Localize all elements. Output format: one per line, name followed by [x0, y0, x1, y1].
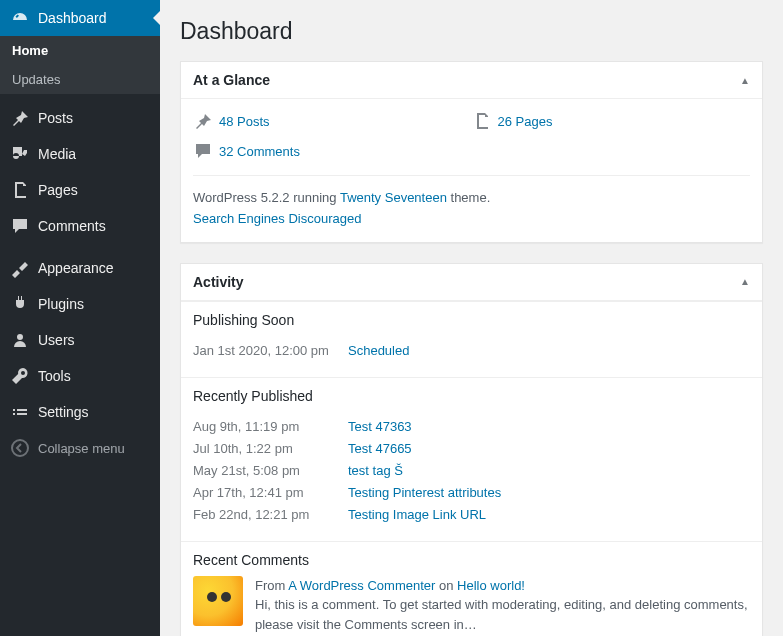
menu-media[interactable]: Media — [0, 136, 160, 172]
menu-tools[interactable]: Tools — [0, 358, 160, 394]
activity-post-link[interactable]: Test 47363 — [348, 419, 412, 434]
activity-post-link[interactable]: Testing Pinterest attributes — [348, 485, 501, 500]
collapse-label: Collapse menu — [38, 441, 125, 456]
menu-label: Tools — [38, 368, 71, 384]
toggle-icon: ▲ — [740, 75, 750, 86]
activity-row: Apr 17th, 12:41 pmTesting Pinterest attr… — [193, 485, 750, 500]
admin-sidebar: Dashboard Home Updates Posts Media Pages… — [0, 0, 160, 636]
collapse-icon — [10, 438, 30, 458]
pages-link[interactable]: 26 Pages — [498, 114, 553, 129]
appearance-icon — [10, 258, 30, 278]
menu-dashboard[interactable]: Dashboard — [0, 0, 160, 36]
menu-users[interactable]: Users — [0, 322, 160, 358]
search-engines-link[interactable]: Search Engines Discouraged — [193, 211, 361, 226]
menu-label: Media — [38, 146, 76, 162]
activity-row: May 21st, 5:08 pmtest tag Š — [193, 463, 750, 478]
pages-icon — [472, 111, 492, 131]
dashboard-icon — [10, 8, 30, 28]
comment-excerpt: Hi, this is a comment. To get started wi… — [255, 597, 748, 632]
comment-post-link[interactable]: Hello world! — [457, 578, 525, 593]
activity-date: Apr 17th, 12:41 pm — [193, 485, 348, 500]
posts-link[interactable]: 48 Posts — [219, 114, 270, 129]
menu-label: Settings — [38, 404, 89, 420]
activity-date: Jul 10th, 1:22 pm — [193, 441, 348, 456]
toggle-icon: ▲ — [740, 276, 750, 287]
menu-comments[interactable]: Comments — [0, 208, 160, 244]
at-a-glance-title: At a Glance — [193, 72, 270, 88]
at-a-glance-header[interactable]: At a Glance ▲ — [181, 62, 762, 99]
users-icon — [10, 330, 30, 350]
submenu-updates[interactable]: Updates — [0, 65, 160, 94]
recently-published-heading: Recently Published — [181, 378, 762, 412]
menu-label: Appearance — [38, 260, 114, 276]
activity-post-link[interactable]: Scheduled — [348, 343, 409, 358]
activity-row: Jan 1st 2020, 12:00 pmScheduled — [193, 343, 750, 358]
collapse-menu[interactable]: Collapse menu — [0, 430, 160, 466]
settings-icon — [10, 402, 30, 422]
activity-date: Feb 22nd, 12:21 pm — [193, 507, 348, 522]
comment-icon — [193, 141, 213, 161]
comment-from-text: From — [255, 578, 288, 593]
pin-icon — [193, 111, 213, 131]
menu-label: Comments — [38, 218, 106, 234]
glance-comments: 32 Comments — [193, 141, 472, 161]
menu-label: Pages — [38, 182, 78, 198]
pages-icon — [10, 180, 30, 200]
menu-posts[interactable]: Posts — [0, 100, 160, 136]
activity-date: Jan 1st 2020, 12:00 pm — [193, 343, 348, 358]
menu-plugins[interactable]: Plugins — [0, 286, 160, 322]
menu-settings[interactable]: Settings — [0, 394, 160, 430]
activity-row: Jul 10th, 1:22 pmTest 47665 — [193, 441, 750, 456]
glance-pages: 26 Pages — [472, 111, 751, 131]
comment-icon — [10, 216, 30, 236]
glance-posts: 48 Posts — [193, 111, 472, 131]
activity-post-link[interactable]: Testing Image Link URL — [348, 507, 486, 522]
activity-date: May 21st, 5:08 pm — [193, 463, 348, 478]
activity-date: Aug 9th, 11:19 pm — [193, 419, 348, 434]
publishing-soon-heading: Publishing Soon — [181, 302, 762, 336]
svg-point-0 — [12, 440, 28, 456]
activity-post-link[interactable]: test tag Š — [348, 463, 403, 478]
theme-link[interactable]: Twenty Seventeen — [340, 190, 447, 205]
glance-footer: WordPress 5.2.2 running Twenty Seventeen… — [193, 175, 750, 230]
menu-label: Plugins — [38, 296, 84, 312]
avatar — [193, 576, 243, 626]
pin-icon — [10, 108, 30, 128]
at-a-glance-box: At a Glance ▲ 48 Posts 26 Pages 32 Comme… — [180, 61, 763, 243]
menu-label: Users — [38, 332, 75, 348]
plugins-icon — [10, 294, 30, 314]
comments-link[interactable]: 32 Comments — [219, 144, 300, 159]
activity-row: Feb 22nd, 12:21 pmTesting Image Link URL — [193, 507, 750, 522]
activity-title: Activity — [193, 274, 244, 290]
comment-author-link[interactable]: A WordPress Commenter — [288, 578, 435, 593]
menu-appearance[interactable]: Appearance — [0, 250, 160, 286]
tools-icon — [10, 366, 30, 386]
media-icon — [10, 144, 30, 164]
main-content: Dashboard At a Glance ▲ 48 Posts 26 Page… — [160, 0, 783, 636]
comment-item: From A WordPress Commenter on Hello worl… — [181, 576, 762, 636]
page-title: Dashboard — [180, 0, 763, 61]
menu-pages[interactable]: Pages — [0, 172, 160, 208]
menu-label: Posts — [38, 110, 73, 126]
activity-box: Activity ▲ Publishing Soon Jan 1st 2020,… — [180, 263, 763, 636]
recent-comments-heading: Recent Comments — [181, 542, 762, 576]
submenu-home[interactable]: Home — [0, 36, 160, 65]
wp-version-text: WordPress 5.2.2 running — [193, 190, 340, 205]
activity-row: Aug 9th, 11:19 pmTest 47363 — [193, 419, 750, 434]
activity-post-link[interactable]: Test 47665 — [348, 441, 412, 456]
activity-header[interactable]: Activity ▲ — [181, 264, 762, 301]
menu-label: Dashboard — [38, 10, 107, 26]
